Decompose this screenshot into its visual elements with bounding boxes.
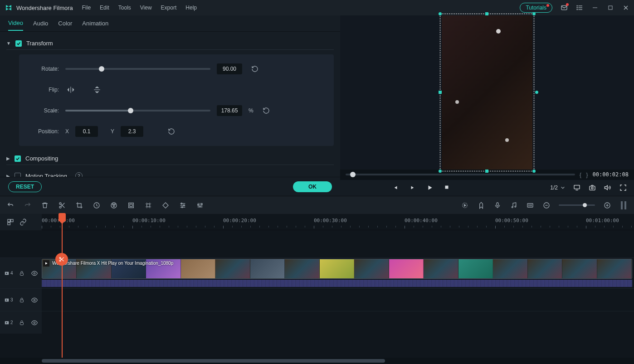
section-compositing-header[interactable]: ▶ Compositing [6, 152, 334, 165]
preview-viewport[interactable] [340, 15, 634, 170]
ruler-tick: 00:00:50:00 [495, 218, 528, 223]
audio-mix-icon[interactable] [196, 201, 204, 209]
marker-icon[interactable] [477, 201, 485, 209]
track-manage-icon[interactable] [6, 218, 15, 226]
link-icon[interactable] [19, 218, 27, 226]
flip-horizontal-icon[interactable] [65, 84, 76, 95]
position-reset-icon[interactable] [168, 128, 175, 135]
rotate-reset-icon[interactable] [251, 65, 258, 73]
tab-animation[interactable]: Animation [82, 16, 108, 30]
crop-icon[interactable] [75, 201, 83, 209]
ruler-tick: 00:00:10:00 [132, 218, 166, 223]
ruler-tick: 00:00:20:00 [223, 218, 256, 223]
eye-icon[interactable] [30, 296, 39, 304]
section-motion-tracking-header[interactable]: ▶ Motion Tracking ? [6, 170, 334, 177]
time-ruler[interactable]: 00:00:00:0000:00:10:0000:00:20:0000:00:3… [42, 214, 634, 230]
preview-clip[interactable] [442, 15, 532, 170]
ok-button[interactable]: OK [293, 181, 332, 192]
speed-icon[interactable] [93, 201, 101, 209]
mark-in-icon[interactable]: { [580, 171, 581, 178]
lock-icon[interactable] [18, 296, 26, 304]
volume-icon[interactable] [604, 184, 611, 191]
video-clip[interactable]: Wondershare Filmora X Hit Play on Your I… [42, 259, 632, 279]
eye-icon[interactable] [30, 269, 39, 277]
adjust-icon[interactable] [179, 201, 187, 209]
render-icon[interactable] [461, 201, 469, 209]
audio-waveform[interactable] [42, 280, 632, 287]
tutorials-button[interactable]: Tutorials [520, 3, 552, 13]
svg-rect-57 [8, 223, 10, 225]
svg-point-24 [113, 205, 115, 207]
fullscreen-icon[interactable] [619, 184, 627, 191]
tab-video[interactable]: Video [8, 16, 23, 31]
record-voiceover-icon[interactable] [493, 201, 502, 209]
help-icon[interactable]: ? [75, 172, 83, 177]
redo-icon[interactable] [24, 201, 32, 209]
pos-x-input[interactable]: 0.1 [75, 126, 98, 137]
mixer-icon[interactable] [526, 201, 534, 209]
menu-view[interactable]: View [140, 5, 152, 11]
scale-slider[interactable] [65, 110, 210, 112]
list-icon[interactable] [576, 4, 583, 11]
maximize-button[interactable] [607, 4, 614, 11]
pos-y-input[interactable]: 2.3 [121, 126, 143, 137]
snapshot-icon[interactable] [589, 184, 596, 191]
pos-y-label: Y [111, 128, 114, 135]
playhead[interactable] [62, 214, 63, 358]
menu-edit[interactable]: Edit [100, 5, 109, 11]
flip-label: Flip: [32, 87, 59, 93]
preview-scale-select[interactable]: 1/2 [550, 184, 565, 191]
lock-icon[interactable] [18, 319, 26, 327]
audio-sync-icon[interactable] [510, 201, 518, 209]
ruler-tick: 00:01:00:00 [586, 218, 619, 223]
zoom-slider[interactable] [559, 204, 595, 206]
split-icon[interactable] [58, 201, 66, 209]
track-lane[interactable] [42, 289, 634, 311]
compositing-checkbox[interactable] [15, 155, 21, 162]
next-frame-icon[interactable] [410, 184, 416, 191]
mark-out-icon[interactable]: } [586, 171, 588, 178]
rotate-value-input[interactable]: 90.00 [217, 63, 242, 74]
delete-icon[interactable] [41, 201, 49, 209]
section-transform-header[interactable]: ▼ Transform [6, 37, 334, 50]
preview-progress-slider[interactable] [346, 174, 575, 175]
track-lane[interactable] [42, 311, 634, 334]
messages-icon[interactable] [561, 4, 568, 11]
play-icon[interactable] [427, 184, 433, 191]
zoom-in-icon[interactable] [603, 201, 611, 209]
menu-help[interactable]: Help [185, 5, 197, 11]
undo-icon[interactable] [6, 201, 15, 209]
display-icon[interactable] [573, 184, 580, 191]
motion-tracking-checkbox[interactable] [15, 173, 21, 177]
reset-button[interactable]: RESET [8, 181, 42, 192]
flip-vertical-icon[interactable] [92, 84, 102, 95]
keyframe-icon[interactable] [161, 201, 170, 209]
stop-icon[interactable] [444, 184, 449, 191]
zoom-out-icon[interactable] [542, 201, 551, 209]
zoom-fit-icon[interactable] [619, 201, 628, 209]
menu-export[interactable]: Export [161, 5, 177, 11]
section-title: Motion Tracking [25, 173, 67, 177]
minimize-button[interactable] [591, 4, 599, 11]
clip-title: Wondershare Filmora X Hit Play on Your I… [52, 261, 173, 266]
eye-icon[interactable] [30, 319, 39, 327]
rotate-slider[interactable] [65, 68, 210, 70]
scale-reset-icon[interactable] [263, 107, 270, 114]
track-lane[interactable]: Wondershare Filmora X Hit Play on Your I… [42, 258, 634, 288]
prev-frame-icon[interactable] [392, 184, 399, 191]
color-icon[interactable] [110, 201, 118, 209]
green-screen-icon[interactable] [127, 201, 135, 209]
scale-value-input[interactable]: 178.65 [217, 105, 242, 116]
menu-tools[interactable]: Tools [118, 5, 131, 11]
lock-icon[interactable] [18, 269, 26, 277]
scale-unit: % [249, 107, 254, 114]
tab-audio[interactable]: Audio [33, 16, 48, 30]
timeline-scrollbar[interactable] [0, 358, 634, 364]
tab-color[interactable]: Color [58, 16, 72, 30]
split-marker-icon[interactable] [55, 253, 68, 266]
menu-file[interactable]: File [82, 5, 91, 11]
transform-checkbox[interactable] [15, 40, 22, 47]
close-button[interactable] [622, 4, 629, 11]
track-header: 2 [0, 311, 42, 334]
motion-track-icon[interactable] [144, 201, 152, 209]
